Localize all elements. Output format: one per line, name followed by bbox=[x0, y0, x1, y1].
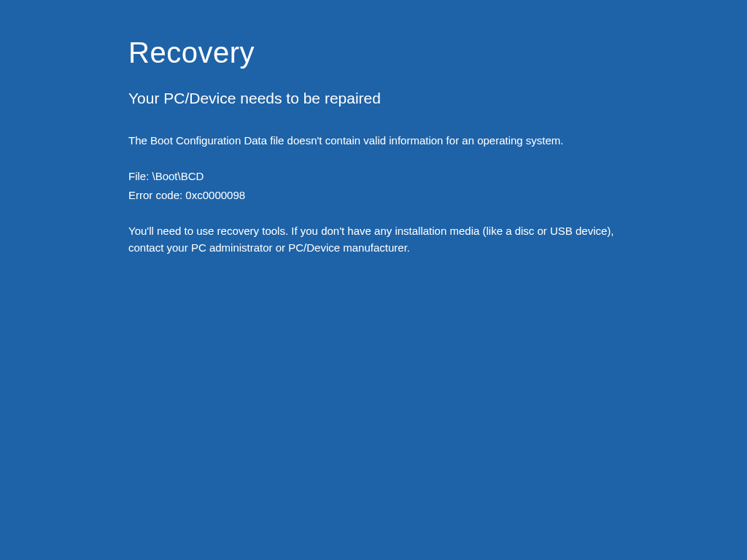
error-code: Error code: 0xc0000098 bbox=[128, 187, 645, 203]
recovery-screen: Recovery Your PC/Device needs to be repa… bbox=[0, 0, 747, 256]
page-title: Recovery bbox=[128, 36, 645, 69]
error-description: The Boot Configuration Data file doesn't… bbox=[128, 132, 645, 149]
file-path: File: \Boot\BCD bbox=[128, 168, 645, 184]
page-subtitle: Your PC/Device needs to be repaired bbox=[128, 90, 645, 107]
recovery-instructions: You'll need to use recovery tools. If yo… bbox=[128, 222, 645, 257]
